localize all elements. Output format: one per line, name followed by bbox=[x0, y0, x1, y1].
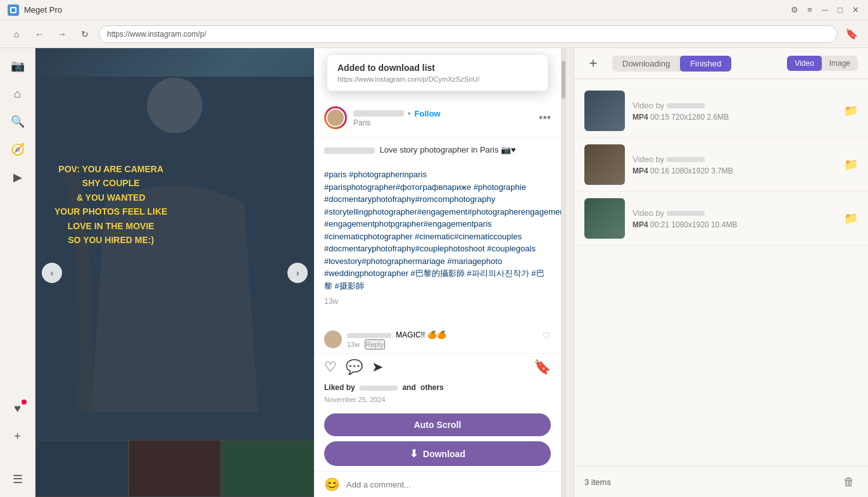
browser-content: POV: YOU ARE CAMERA SHY COUPLE & YOU WAN… bbox=[35, 48, 574, 497]
sidebar: 📷 ⌂ 🔍 🧭 ▶ ♥ + ☰ bbox=[0, 48, 35, 497]
browser-scrollbar[interactable] bbox=[561, 48, 566, 497]
download-icon: ⬇ bbox=[410, 448, 418, 460]
address-bar: ⌂ ← → ↻ https://www.instagram.com/p/ 🔖 bbox=[0, 20, 868, 48]
reply-button[interactable]: Reply bbox=[365, 339, 385, 349]
tooltip-title: Added to download list bbox=[337, 63, 538, 73]
home-nav-button[interactable]: ⌂ bbox=[8, 25, 25, 43]
view-image-button[interactable]: Image bbox=[822, 56, 858, 71]
back-button[interactable]: ← bbox=[30, 25, 48, 43]
right-panel-footer: 3 items 🗑 bbox=[574, 466, 868, 497]
download-tooltip: Added to download list https://www.insta… bbox=[327, 54, 548, 91]
bookmark-button[interactable]: 🔖 bbox=[843, 25, 860, 43]
comment-content: MAGIC!! 🍊🍊 13w Reply bbox=[347, 330, 538, 349]
reload-button[interactable]: ↻ bbox=[76, 25, 94, 43]
bottom-actions: Auto Scroll ⬇ Download bbox=[314, 408, 561, 471]
download-list: Video by MP4 00:15 720x1280 2.6MB 📁 bbox=[574, 79, 868, 466]
comment-input[interactable] bbox=[346, 480, 551, 489]
download-item: Video by MP4 00:15 720x1280 2.6MB 📁 bbox=[574, 84, 868, 138]
item-thumbnail bbox=[584, 198, 625, 239]
post-location: Paris bbox=[353, 118, 532, 127]
photo-background: POV: YOU ARE CAMERA SHY COUPLE & YOU WAN… bbox=[35, 48, 314, 497]
minimize-button[interactable]: ─ bbox=[820, 5, 830, 15]
item-title: Video by bbox=[632, 154, 836, 164]
post-header: • Follow Paris ••• bbox=[314, 99, 561, 137]
tab-downloading[interactable]: Downloading bbox=[612, 56, 680, 72]
post-user-info: • Follow Paris bbox=[353, 109, 532, 127]
thumbnail-strip bbox=[35, 440, 314, 497]
item-meta: MP4 00:15 720x1280 2.6MB bbox=[632, 113, 836, 122]
download-button[interactable]: ⬇ Download bbox=[324, 441, 551, 466]
forward-button[interactable]: → bbox=[53, 25, 71, 43]
comment-button[interactable]: 💬 bbox=[346, 359, 363, 375]
item-title: Video by bbox=[632, 208, 836, 218]
add-download-button[interactable]: + bbox=[584, 54, 602, 72]
photo-prev-button[interactable]: ‹ bbox=[42, 263, 62, 283]
post-more-button[interactable]: ••• bbox=[539, 111, 551, 125]
item-info: Video by MP4 00:15 720x1280 2.6MB bbox=[632, 101, 836, 122]
item-meta: MP4 00:21 1080x1920 10.4MB bbox=[632, 220, 836, 229]
hashtags: #paris #photographerinparis #parisphotog… bbox=[324, 170, 561, 291]
close-button[interactable]: ✕ bbox=[850, 5, 860, 15]
sidebar-icon-video[interactable]: ▶ bbox=[5, 165, 30, 190]
photo-next-button[interactable]: › bbox=[287, 263, 308, 283]
tab-finished[interactable]: Finished bbox=[680, 56, 731, 72]
item-info: Video by MP4 00:21 1080x1920 10.4MB bbox=[632, 208, 836, 229]
item-save-button[interactable]: 📁 bbox=[844, 104, 858, 118]
url-input[interactable]: https://www.instagram.com/p/ bbox=[99, 25, 838, 43]
auto-scroll-button[interactable]: Auto Scroll bbox=[324, 413, 551, 436]
add-comment-section: 😊 bbox=[314, 471, 561, 497]
thumbnail-2[interactable] bbox=[129, 440, 222, 497]
delete-button[interactable]: 🗑 bbox=[840, 473, 858, 491]
sidebar-icon-add[interactable]: + bbox=[5, 424, 30, 449]
sidebar-icon-likes[interactable]: ♥ bbox=[5, 396, 30, 421]
item-save-button[interactable]: 📁 bbox=[844, 158, 858, 172]
sidebar-icon-search[interactable]: 🔍 bbox=[5, 109, 30, 134]
tooltip-url: https://www.instagram.com/p/DCymXzSzSnU/ bbox=[337, 75, 538, 83]
emoji-button[interactable]: 😊 bbox=[324, 477, 340, 492]
comment-username bbox=[347, 333, 391, 338]
sidebar-icon-instagram[interactable]: 📷 bbox=[5, 53, 30, 79]
save-button[interactable]: 🔖 bbox=[534, 359, 551, 375]
comment-item: MAGIC!! 🍊🍊 13w Reply ♡ bbox=[314, 327, 561, 353]
like-button[interactable]: ♡ bbox=[324, 359, 337, 375]
post-username bbox=[353, 110, 404, 116]
photo-section: POV: YOU ARE CAMERA SHY COUPLE & YOU WAN… bbox=[35, 48, 314, 497]
share-button[interactable]: ➤ bbox=[372, 359, 383, 375]
maximize-button[interactable]: □ bbox=[835, 5, 845, 15]
sidebar-icon-explore[interactable]: 🧭 bbox=[5, 137, 30, 162]
caption-username bbox=[324, 148, 375, 154]
notification-dot bbox=[22, 399, 27, 405]
item-meta: MP4 00:16 1080x1920 3.7MB bbox=[632, 167, 836, 175]
download-item: Video by MP4 00:16 1080x1920 3.7MB 📁 bbox=[574, 138, 868, 192]
menu-button[interactable]: ≡ bbox=[805, 5, 815, 15]
follow-button[interactable]: Follow bbox=[415, 109, 441, 118]
comment-avatar bbox=[324, 330, 342, 348]
liked-by: Liked by and others bbox=[314, 381, 561, 394]
title-bar-left: Meget Pro bbox=[8, 4, 62, 16]
tab-group: Downloading Finished bbox=[612, 56, 731, 72]
post-time: 13w bbox=[324, 296, 551, 307]
settings-button[interactable]: ⚙ bbox=[789, 5, 800, 15]
post-caption: Love story photographer in Paris 📷♥ #par… bbox=[314, 137, 561, 327]
download-item: Video by MP4 00:21 1080x1920 10.4MB 📁 bbox=[574, 192, 868, 246]
sidebar-icon-home[interactable]: ⌂ bbox=[5, 81, 30, 106]
right-panel: + Downloading Finished Video Image Video… bbox=[574, 48, 868, 497]
instagram-area: POV: YOU ARE CAMERA SHY COUPLE & YOU WAN… bbox=[35, 48, 574, 497]
thumbnail-1[interactable] bbox=[35, 440, 129, 497]
post-section: Added to download list https://www.insta… bbox=[314, 48, 561, 497]
item-save-button[interactable]: 📁 bbox=[844, 211, 858, 225]
post-actions: ♡ 💬 ➤ 🔖 bbox=[314, 353, 561, 381]
scrollbar-thumb bbox=[562, 61, 565, 99]
item-info: Video by MP4 00:16 1080x1920 3.7MB bbox=[632, 154, 836, 175]
view-video-button[interactable]: Video bbox=[787, 56, 821, 71]
title-controls: ⚙ ≡ ─ □ ✕ bbox=[789, 5, 860, 15]
thumbnail-3[interactable] bbox=[221, 440, 314, 497]
title-bar: Meget Pro ⚙ ≡ ─ □ ✕ bbox=[0, 0, 868, 20]
sidebar-icon-menu[interactable]: ☰ bbox=[5, 467, 30, 492]
app-title: Meget Pro bbox=[24, 5, 62, 15]
item-title: Video by bbox=[632, 101, 836, 110]
main-content: 📷 ⌂ 🔍 🧭 ▶ ♥ + ☰ POV: YOU ARE CAMERA SHY … bbox=[0, 48, 868, 497]
view-toggle: Video Image bbox=[787, 56, 858, 71]
comment-like-icon[interactable]: ♡ bbox=[543, 330, 551, 341]
photo-image bbox=[35, 77, 314, 469]
